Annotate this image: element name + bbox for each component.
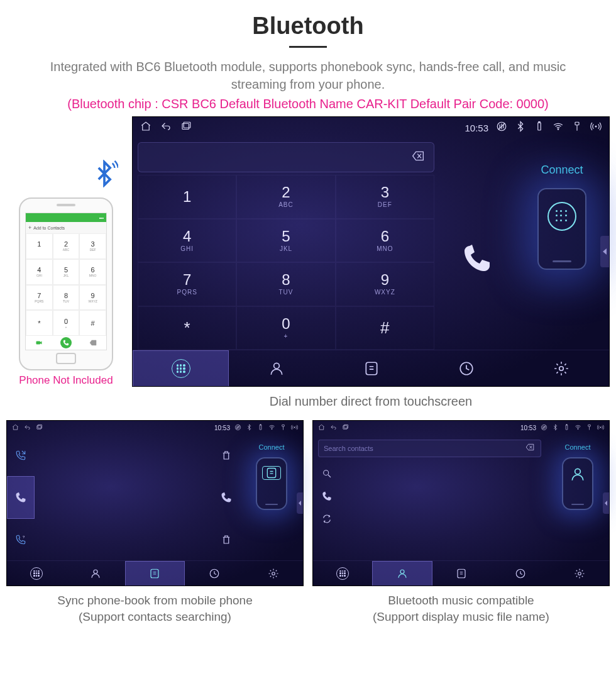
search-contacts-input[interactable]: Search contacts — [318, 440, 541, 457]
phone-mockup: ••• Add to Contacts 1 2ABC 3DEF 4GHI 5JK… — [19, 197, 113, 370]
title-underline — [289, 46, 327, 48]
delete-button[interactable] — [212, 435, 240, 477]
dial-display — [138, 142, 434, 172]
phone-not-included-label: Phone Not Included — [6, 374, 126, 387]
connect-label: Connect — [259, 443, 285, 451]
key-hash[interactable]: # — [336, 306, 434, 350]
recent-icon[interactable] — [180, 121, 192, 135]
wifi-icon — [553, 121, 564, 135]
key-star[interactable]: * — [138, 306, 236, 350]
head-unit-dialer: 10:53 12ABC3DEF4GHI5JKL6MNO7PQRS8TUV9WXY… — [132, 116, 610, 387]
back-icon[interactable] — [24, 422, 31, 433]
nav-music[interactable] — [185, 561, 244, 586]
battery-icon — [563, 422, 570, 433]
action-call[interactable] — [313, 485, 546, 508]
status-time: 10:53 — [520, 425, 536, 431]
recent-icon[interactable] — [342, 422, 349, 433]
status-bar: 10:53 — [133, 117, 609, 138]
status-time: 10:53 — [214, 425, 230, 431]
nav-contacts[interactable] — [229, 350, 324, 386]
battery-icon — [534, 121, 545, 135]
delete-all-button[interactable] — [212, 518, 240, 560]
signal-icon — [597, 422, 604, 433]
usb-icon — [586, 422, 593, 433]
nav-settings[interactable] — [244, 561, 303, 586]
back-icon[interactable] — [160, 121, 172, 135]
battery-icon — [257, 422, 264, 433]
usb-icon — [571, 121, 583, 135]
drawer-handle[interactable] — [603, 492, 609, 514]
wifi-icon — [575, 422, 581, 433]
key-0[interactable]: 0+ — [236, 306, 335, 350]
key-8[interactable]: 8TUV — [236, 262, 335, 306]
nav-settings[interactable] — [550, 561, 609, 586]
key-9[interactable]: 9WXYZ — [336, 262, 434, 306]
signal-icon — [590, 121, 602, 135]
mute-icon — [541, 422, 547, 433]
bluetooth-status-icon — [246, 422, 253, 433]
key-1[interactable]: 1 — [138, 175, 236, 219]
drawer-handle[interactable] — [600, 236, 609, 267]
rail-outgoing-calls[interactable] — [7, 435, 35, 476]
phone-mock-add-contact: Add to Contacts — [26, 222, 106, 233]
caption-music: Bluetooth music compatible(Support displ… — [312, 592, 610, 625]
head-unit-contacts: 10:53 Search contacts — [312, 420, 610, 586]
head-unit-phonebook: 10:53 — [6, 420, 304, 586]
connect-label: Connect — [565, 443, 591, 451]
nav-contacts[interactable] — [66, 561, 125, 586]
signal-icon — [291, 422, 298, 433]
back-icon[interactable] — [330, 422, 337, 433]
search-placeholder: Search contacts — [324, 445, 519, 452]
key-3[interactable]: 3DEF — [336, 175, 434, 219]
backspace-button[interactable] — [410, 150, 426, 165]
caption-phonebook: Sync phone-book from mobile phone(Suppor… — [6, 592, 304, 625]
device-connect-button[interactable] — [562, 457, 593, 510]
phone-mock-backspace-icon — [79, 336, 106, 350]
connect-label: Connect — [541, 164, 583, 177]
home-icon[interactable] — [12, 422, 19, 433]
key-7[interactable]: 7PQRS — [138, 262, 236, 306]
mute-icon — [496, 121, 507, 135]
home-icon[interactable] — [140, 121, 151, 135]
key-5[interactable]: 5JKL — [236, 219, 335, 263]
bluetooth-spec: (Bluetooth chip : CSR BC6 Default Blueto… — [25, 97, 591, 111]
nav-settings[interactable] — [514, 350, 609, 386]
rail-missed-calls[interactable] — [7, 519, 35, 560]
phone-mock-call-icon — [53, 336, 80, 350]
status-time: 10:53 — [465, 123, 488, 133]
action-sync[interactable] — [313, 508, 546, 530]
nav-phonebook[interactable] — [324, 350, 419, 386]
rail-received-calls[interactable] — [7, 476, 35, 519]
page-description: Integrated with BC6 Bluetooth module, su… — [25, 58, 591, 93]
nav-contacts[interactable] — [372, 561, 432, 586]
page-title: Bluetooth — [25, 13, 591, 40]
call-button[interactable] — [212, 477, 240, 519]
nav-music[interactable] — [419, 350, 514, 386]
phone-mock-video-icon — [26, 336, 53, 350]
key-4[interactable]: 4GHI — [138, 219, 236, 263]
bluetooth-status-icon — [552, 422, 559, 433]
drawer-handle[interactable] — [297, 492, 303, 514]
nav-dialpad[interactable] — [313, 561, 372, 586]
key-2[interactable]: 2ABC — [236, 175, 335, 219]
caption-dialer: Dial number direct from touchscreen — [126, 394, 616, 409]
nav-dialpad[interactable] — [133, 350, 229, 386]
usb-icon — [280, 422, 287, 433]
wifi-icon — [268, 422, 275, 433]
bluetooth-icon — [91, 160, 118, 190]
action-search[interactable] — [313, 462, 546, 485]
search-clear-icon[interactable] — [524, 443, 536, 454]
nav-phonebook[interactable] — [432, 561, 492, 586]
nav-phonebook[interactable] — [125, 561, 185, 586]
device-connect-button[interactable] — [256, 457, 287, 510]
call-button[interactable] — [462, 243, 492, 276]
mute-icon — [234, 422, 241, 433]
key-6[interactable]: 6MNO — [336, 219, 434, 263]
nav-dialpad[interactable] — [7, 561, 66, 586]
phone-mock-statusbar: ••• — [26, 213, 106, 222]
bluetooth-status-icon — [515, 121, 526, 135]
device-connect-button[interactable] — [537, 188, 586, 270]
home-icon[interactable] — [318, 422, 325, 433]
recent-icon[interactable] — [36, 422, 43, 433]
nav-music[interactable] — [491, 561, 550, 586]
